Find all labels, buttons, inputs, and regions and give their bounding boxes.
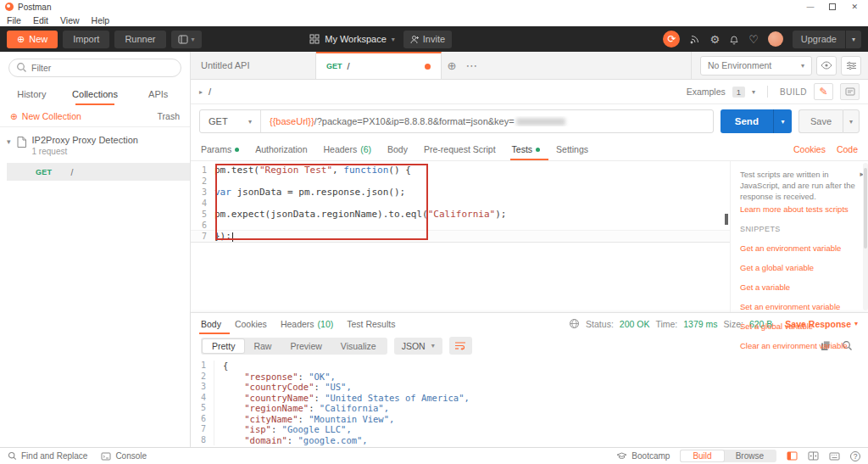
sidebar-tab-apis[interactable]: APIs	[126, 82, 190, 105]
browse-toggle-button[interactable]: Browse	[724, 450, 776, 461]
open-new-window-button[interactable]: ▾	[171, 31, 202, 48]
toggle-sidebar-icon[interactable]	[787, 451, 798, 461]
wrap-text-button[interactable]	[449, 337, 472, 355]
tab-pre-request-script[interactable]: Pre-request Script	[424, 138, 496, 160]
code-line[interactable]: 6 "cityName": "Mountain View",	[191, 414, 868, 425]
tab-get-request[interactable]: GET /	[316, 52, 442, 79]
menu-view[interactable]: View	[60, 15, 80, 25]
menu-edit[interactable]: Edit	[33, 15, 48, 25]
two-pane-view-icon[interactable]	[808, 451, 819, 461]
runner-button[interactable]: Runner	[114, 31, 165, 48]
snippet-clear-environment-variable[interactable]: Clear an environment variable	[740, 341, 856, 350]
chevron-down-icon[interactable]: ▾	[752, 88, 755, 96]
console-button[interactable]: Console	[101, 451, 147, 461]
sidebar-request-item[interactable]: GET /	[7, 163, 190, 181]
tab-headers[interactable]: Headers(6)	[323, 138, 371, 160]
help-button[interactable]: ?	[850, 451, 860, 461]
upgrade-button[interactable]: Upgrade ▾	[793, 31, 861, 48]
tab-options-button[interactable]: ⋯	[462, 52, 482, 79]
response-tab-headers[interactable]: Headers(10)	[281, 313, 333, 334]
code-line[interactable]: 1pm.test("Region Test", function() {	[191, 165, 730, 176]
user-avatar[interactable]	[768, 31, 783, 47]
response-tab-cookies[interactable]: Cookies	[235, 313, 267, 334]
code-line[interactable]: 4 "countryName": "United States of Ameri…	[191, 393, 868, 404]
environment-settings-button[interactable]	[841, 56, 861, 75]
tests-script-editor[interactable]: 1pm.test("Region Test", function() {23va…	[191, 161, 730, 312]
capture-requests-icon[interactable]	[689, 34, 700, 45]
response-format-selector[interactable]: JSON ▾	[394, 338, 442, 355]
notifications-bell-icon[interactable]	[729, 34, 739, 45]
trash-button[interactable]: Trash	[158, 111, 180, 121]
code-line[interactable]: 6	[191, 220, 730, 231]
breadcrumb[interactable]: ▸ /	[199, 87, 211, 97]
menu-file[interactable]: File	[7, 15, 21, 25]
response-tab-test-results[interactable]: Test Results	[347, 313, 395, 334]
request-url-text[interactable]: {{baseUrl}} /?package=PX10&ip=8.8.8.8&fo…	[261, 116, 574, 126]
workspace-switcher[interactable]: My Workspace ▾	[309, 34, 395, 44]
view-preview-button[interactable]: Preview	[281, 339, 331, 353]
snippet-get-variable[interactable]: Get a variable	[740, 282, 856, 292]
chevron-down-icon[interactable]: ▾	[773, 109, 792, 133]
response-body-viewer[interactable]: 1{2 "response": "OK",3 "countryCode": "U…	[191, 357, 868, 447]
find-and-replace-button[interactable]: Find and Replace	[8, 451, 87, 461]
invite-button[interactable]: Invite	[403, 31, 452, 48]
import-button[interactable]: Import	[63, 31, 109, 48]
tab-tests[interactable]: Tests	[512, 138, 541, 160]
scrollbar-handle[interactable]	[864, 168, 867, 249]
tab-body[interactable]: Body	[387, 138, 408, 160]
environment-selector[interactable]: No Environment ▾	[700, 56, 812, 75]
build-toggle-button[interactable]: Build	[681, 450, 723, 461]
tab-settings[interactable]: Settings	[556, 138, 588, 160]
chevron-expand-icon[interactable]: ▾	[7, 137, 11, 146]
snippet-get-global-variable[interactable]: Get a global variable	[740, 263, 856, 272]
tab-params[interactable]: Params	[201, 138, 239, 160]
code-line[interactable]: 4	[191, 198, 730, 209]
new-collection-button[interactable]: ⊕ New Collection	[10, 111, 81, 121]
sidebar-tab-collections[interactable]: Collections	[64, 82, 127, 105]
code-line[interactable]: 3var jsonData = pm.response.json();	[191, 187, 730, 198]
filter-input[interactable]	[8, 59, 181, 77]
chevron-down-icon[interactable]: ▾	[843, 109, 860, 133]
code-line[interactable]: 2	[191, 176, 730, 187]
sidebar-tab-history[interactable]: History	[0, 82, 64, 105]
close-button[interactable]: ✕	[851, 3, 858, 11]
collection-item[interactable]: ▾ IP2Proxy Proxy Detection 1 request	[0, 127, 190, 161]
menu-help[interactable]: Help	[92, 15, 110, 25]
tab-authorization[interactable]: Authorization	[255, 138, 307, 160]
panel-scrollbar[interactable]	[863, 163, 868, 310]
edit-pencil-button[interactable]: ✎	[814, 83, 833, 100]
keyboard-shortcuts-icon[interactable]	[829, 452, 840, 461]
send-button[interactable]: Send ▾	[721, 109, 792, 133]
open-new-tab-button[interactable]: ⊕	[442, 52, 462, 79]
code-line[interactable]: 8 "domain": "google.com",	[191, 435, 868, 446]
cookies-link[interactable]: Cookies	[793, 144, 826, 154]
response-tab-body[interactable]: Body	[201, 313, 221, 334]
minimize-button[interactable]: —	[806, 3, 814, 11]
documentation-panel-button[interactable]	[840, 83, 860, 100]
heart-icon[interactable]: ♡	[748, 33, 759, 46]
scrollbar-handle[interactable]	[725, 214, 728, 225]
snippet-get-environment-variable[interactable]: Get an environment variable	[740, 243, 856, 253]
code-line[interactable]: 2 "response": "OK",	[191, 372, 868, 383]
code-line[interactable]: 7 "isp": "Google LLC",	[191, 424, 868, 435]
snippet-set-environment-variable[interactable]: Set an environment variable	[740, 302, 856, 311]
method-selector[interactable]: GET ▾	[200, 110, 261, 132]
bootcamp-button[interactable]: Bootcamp	[616, 451, 670, 461]
view-visualize-button[interactable]: Visualize	[331, 339, 386, 353]
view-pretty-button[interactable]: Pretty	[203, 339, 244, 353]
new-button[interactable]: ⊕ New	[7, 31, 58, 48]
environment-quick-look-button[interactable]	[816, 56, 837, 75]
examples-dropdown[interactable]: Examples	[687, 87, 726, 97]
maximize-button[interactable]	[829, 3, 836, 10]
editor-scrollbar[interactable]	[723, 161, 729, 312]
save-button[interactable]: Save ▾	[798, 109, 860, 133]
url-input[interactable]: GET ▾ {{baseUrl}} /?package=PX10&ip=8.8.…	[199, 109, 714, 133]
snippet-set-global-variable[interactable]: Set a global variable	[740, 321, 856, 331]
view-raw-button[interactable]: Raw	[244, 339, 281, 353]
settings-gear-icon[interactable]: ⚙	[709, 33, 720, 46]
code-line[interactable]: 7});	[191, 231, 730, 242]
code-line[interactable]: 5 "regionName": "California",	[191, 403, 868, 414]
code-link[interactable]: Code	[837, 144, 858, 154]
sync-button[interactable]: ⟳	[663, 31, 680, 48]
tab-untitled-api[interactable]: Untitled API	[191, 52, 316, 79]
